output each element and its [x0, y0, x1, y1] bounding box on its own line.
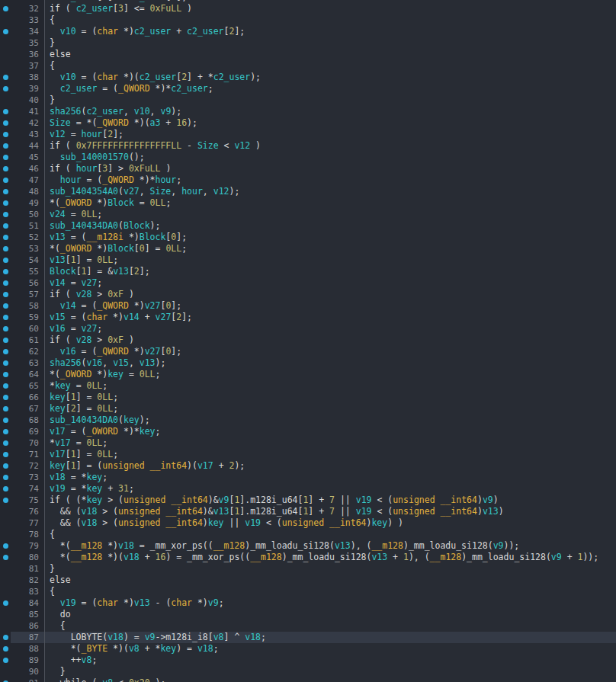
- code-token[interactable]: ;: [113, 403, 118, 414]
- code-token[interactable]: v17: [50, 426, 66, 437]
- code-token[interactable]: c2_user: [129, 0, 165, 2]
- code-token[interactable]: key: [50, 392, 66, 402]
- code-token[interactable]: ): [160, 163, 171, 174]
- code-text[interactable]: v15 = (char *)v14 + v27[2];: [44, 312, 616, 323]
- breakpoint-icon[interactable]: [3, 235, 8, 240]
- code-text[interactable]: {: [44, 529, 616, 540]
- code-token[interactable]: [50, 26, 60, 37]
- breakpoint-icon[interactable]: [3, 635, 8, 640]
- code-text[interactable]: Block[1] = &v13[2];: [44, 266, 616, 277]
- code-token[interactable]: }: [50, 666, 66, 677]
- code-text[interactable]: sha256(c2_user, v10, v9);: [44, 106, 616, 117]
- code-token[interactable]: >: [91, 289, 107, 299]
- code-token[interactable]: char: [97, 72, 118, 82]
- code-text[interactable]: sub_140434DA0(key);: [44, 415, 616, 426]
- breakpoint-icon[interactable]: [3, 646, 8, 652]
- code-token[interactable]: __m128: [430, 552, 462, 562]
- code-token[interactable]: v8: [213, 632, 224, 642]
- code-token[interactable]: ): [203, 517, 208, 528]
- code-token[interactable]: ] =: [145, 243, 166, 254]
- line-number[interactable]: 37: [11, 60, 44, 72]
- code-token[interactable]: )_mm_loadu_si128(: [282, 552, 372, 562]
- code-token[interactable]: _QWORD: [102, 175, 134, 185]
- code-text[interactable]: else: [44, 49, 616, 60]
- code-token[interactable]: = _mm_xor_ps((: [134, 540, 213, 551]
- breakpoint-icon[interactable]: [3, 189, 8, 194]
- code-token[interactable]: *(: [50, 369, 60, 379]
- line-number[interactable]: 39: [11, 83, 44, 94]
- code-text[interactable]: v14 = (_QWORD *)v27[0];: [44, 300, 616, 312]
- code-token[interactable]: *)(: [102, 552, 124, 562]
- line-number[interactable]: 38: [11, 72, 44, 83]
- code-token[interactable]: sub_140434DA0: [50, 415, 118, 425]
- code-token[interactable]: __m128i: [86, 232, 123, 242]
- code-token[interactable]: ));: [504, 540, 520, 551]
- code-text[interactable]: v17[1] = 0LL;: [44, 449, 616, 460]
- line-number[interactable]: 32: [11, 3, 44, 14]
- code-token[interactable]: v9: [483, 495, 493, 505]
- code-token[interactable]: *: [50, 437, 55, 448]
- code-text[interactable]: sub_140434DA0(Block);: [44, 220, 616, 232]
- line-number[interactable]: 84: [11, 597, 44, 609]
- code-token[interactable]: 7: [329, 495, 335, 505]
- code-token[interactable]: v8: [82, 655, 92, 665]
- code-token[interactable]: if (: [50, 289, 76, 299]
- code-text[interactable]: do: [44, 609, 616, 620]
- code-token[interactable]: if (: [50, 140, 76, 151]
- code-token[interactable]: v19: [60, 597, 76, 608]
- breakpoint-icon[interactable]: [3, 212, 8, 217]
- code-token[interactable]: v9: [219, 495, 229, 505]
- code-token[interactable]: {: [50, 586, 55, 597]
- code-token[interactable]: ), (: [351, 540, 372, 551]
- code-token[interactable]: < (: [371, 506, 393, 517]
- code-token[interactable]: = (: [66, 426, 87, 437]
- breakpoint-gutter[interactable]: [0, 94, 11, 106]
- code-token[interactable]: unsigned __int64: [393, 495, 477, 505]
- breakpoint-gutter[interactable]: [0, 403, 11, 415]
- breakpoint-gutter[interactable]: [0, 197, 11, 209]
- code-token[interactable]: v18: [50, 472, 66, 482]
- breakpoint-gutter[interactable]: [0, 563, 11, 575]
- code-token[interactable]: ] =: [76, 449, 98, 459]
- code-token[interactable]: ] ^: [224, 632, 245, 642]
- code-token[interactable]: )_mm_loadu_si128(: [461, 552, 551, 562]
- code-token[interactable]: ;: [97, 323, 102, 334]
- code-token[interactable]: ;: [165, 197, 171, 208]
- code-token[interactable]: ] +: [308, 506, 329, 517]
- code-text[interactable]: *v17 = 0LL;: [44, 437, 616, 449]
- code-token[interactable]: v12: [50, 129, 66, 139]
- breakpoint-gutter[interactable]: [0, 426, 11, 437]
- code-text[interactable]: v10 = (char *)c2_user + c2_user[2];: [44, 26, 616, 37]
- code-text[interactable]: *(_OWORD *)key = 0LL;: [44, 369, 616, 380]
- code-token[interactable]: ] =: [107, 0, 129, 2]
- code-text[interactable]: *(__m128 *)(v18 + 16) = _mm_xor_ps((__m1…: [44, 552, 616, 563]
- code-token[interactable]: v9: [145, 632, 156, 642]
- code-token[interactable]: v8: [129, 643, 140, 654]
- code-token[interactable]: *)*: [118, 426, 140, 437]
- line-number[interactable]: 52: [11, 232, 44, 243]
- breakpoint-icon[interactable]: [3, 498, 8, 503]
- code-text[interactable]: if ( hour[3] > 0xFuLL ): [44, 163, 616, 175]
- code-token[interactable]: ,: [203, 186, 213, 197]
- line-number[interactable]: 57: [11, 289, 44, 300]
- breakpoint-gutter[interactable]: [0, 597, 11, 609]
- code-token[interactable]: > (: [102, 495, 124, 505]
- code-token[interactable]: __m128: [71, 540, 103, 551]
- code-token[interactable]: }: [50, 37, 55, 48]
- code-token[interactable]: ,: [140, 186, 150, 197]
- code-token[interactable]: *): [91, 243, 107, 254]
- code-text[interactable]: if ( 0x7FFFFFFFFFFFFFFFLL - Size < v12 ): [44, 140, 616, 152]
- code-token[interactable]: *): [129, 300, 145, 311]
- line-number[interactable]: 51: [11, 220, 44, 232]
- code-token[interactable]: ++: [50, 655, 82, 665]
- code-token[interactable]: unsigned __int64: [393, 506, 477, 517]
- code-token[interactable]: {: [50, 529, 55, 540]
- code-token[interactable]: && (: [50, 506, 82, 517]
- code-token[interactable]: v28: [76, 335, 92, 345]
- breakpoint-gutter[interactable]: [0, 609, 11, 620]
- code-token[interactable]: c2_user: [213, 72, 250, 82]
- code-token[interactable]: ;: [156, 369, 161, 379]
- code-token[interactable]: Block: [124, 220, 150, 231]
- line-number[interactable]: 61: [11, 335, 44, 346]
- code-token[interactable]: [: [66, 255, 71, 265]
